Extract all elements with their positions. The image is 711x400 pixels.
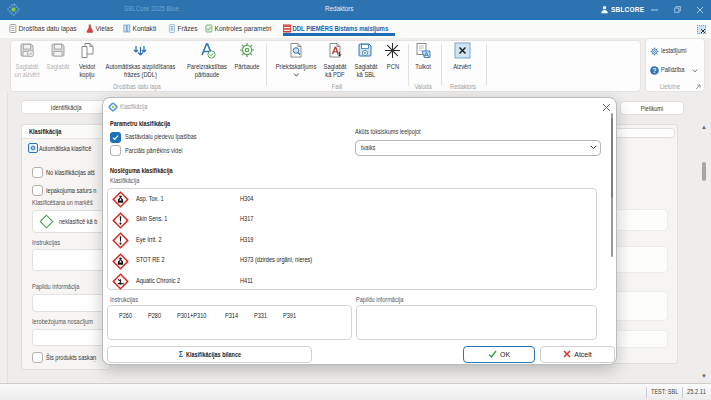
svg-text:?: ? (653, 67, 657, 74)
